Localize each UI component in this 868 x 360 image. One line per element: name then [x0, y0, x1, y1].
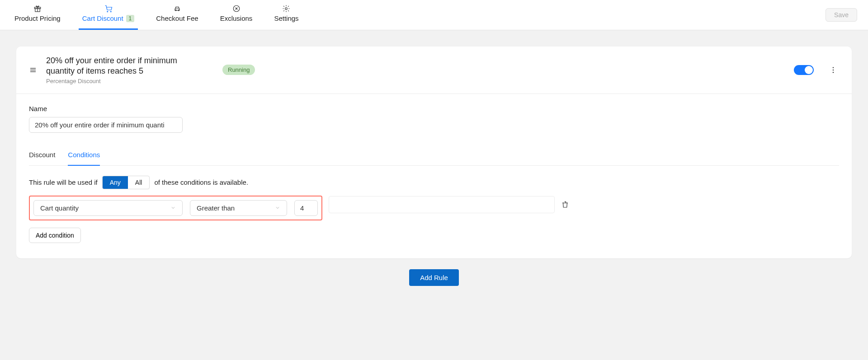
drag-handle-icon[interactable] — [29, 66, 37, 74]
rule-title: 20% off your entire order if minimum qua… — [46, 56, 200, 77]
gear-icon — [282, 5, 290, 13]
cart-icon — [104, 5, 113, 13]
inner-tab-discount[interactable]: Discount — [29, 146, 55, 165]
tab-label: Settings — [274, 14, 298, 22]
match-mode-segmented: Any All — [102, 176, 150, 189]
footer-actions: Add Rule — [16, 258, 852, 297]
tab-label: Exclusions — [220, 14, 253, 22]
tab-cart-discount[interactable]: Cart Discount 1 — [79, 0, 138, 30]
tab-label: Product Pricing — [14, 14, 61, 22]
save-button[interactable]: Save — [826, 8, 857, 22]
gift-icon — [33, 5, 42, 13]
rule-card-body: Name Discount Conditions This rule will … — [16, 94, 852, 258]
top-nav-bar: Product Pricing Cart Discount 1 Checkout… — [0, 0, 868, 30]
car-icon — [173, 5, 181, 13]
rule-card-header: 20% off your entire order if minimum qua… — [16, 47, 852, 94]
match-mode-all[interactable]: All — [128, 176, 150, 189]
svg-point-7 — [285, 8, 288, 10]
svg-point-11 — [833, 67, 834, 68]
chevron-down-icon — [275, 205, 280, 210]
circle-x-icon — [232, 5, 241, 13]
content-area: 20% off your entire order if minimum qua… — [0, 30, 868, 313]
condition-highlight-box: Cart quantity Greater than — [29, 196, 322, 220]
condition-value-input[interactable] — [294, 200, 318, 216]
inner-tab-conditions[interactable]: Conditions — [68, 146, 100, 166]
tab-checkout-fee[interactable]: Checkout Fee — [152, 0, 202, 30]
match-mode-any[interactable]: Any — [103, 176, 128, 189]
tab-label: Checkout Fee — [156, 14, 198, 22]
conditions-suffix-text: of these conditions is available. — [154, 178, 248, 186]
svg-point-3 — [110, 11, 111, 12]
condition-row: Cart quantity Greater than — [29, 189, 839, 220]
name-label: Name — [29, 105, 839, 112]
rule-enabled-toggle[interactable] — [794, 65, 814, 75]
tab-product-pricing[interactable]: Product Pricing — [11, 0, 64, 30]
cart-discount-badge: 1 — [126, 15, 135, 22]
conditions-mode-row: This rule will be used if Any All of the… — [29, 176, 839, 189]
condition-operator-select[interactable]: Greater than — [190, 200, 287, 216]
conditions-prefix-text: This rule will be used if — [29, 178, 98, 186]
svg-point-13 — [833, 72, 834, 73]
status-badge: Running — [222, 65, 255, 75]
add-rule-button[interactable]: Add Rule — [409, 269, 459, 286]
chevron-down-icon — [170, 205, 176, 210]
tab-settings[interactable]: Settings — [270, 0, 302, 30]
svg-point-2 — [107, 11, 108, 12]
rule-name-input[interactable] — [29, 117, 183, 133]
rule-inner-tabs: Discount Conditions — [29, 146, 839, 166]
svg-point-12 — [833, 70, 834, 70]
main-tabs: Product Pricing Cart Discount 1 Checkout… — [11, 0, 302, 30]
condition-type-value: Cart quantity — [40, 204, 79, 212]
condition-type-select[interactable]: Cart quantity — [33, 200, 183, 216]
rule-subtitle: Percentage Discount — [46, 78, 200, 84]
rule-card: 20% off your entire order if minimum qua… — [16, 47, 852, 258]
more-actions-icon[interactable] — [827, 64, 839, 76]
rule-heading: 20% off your entire order if minimum qua… — [46, 56, 200, 84]
condition-extra-field[interactable] — [329, 196, 555, 213]
add-condition-button[interactable]: Add condition — [29, 228, 81, 243]
condition-operator-value: Greater than — [197, 204, 235, 212]
tab-exclusions[interactable]: Exclusions — [217, 0, 256, 30]
tab-label: Cart Discount — [82, 14, 123, 22]
delete-condition-icon[interactable] — [561, 201, 569, 209]
